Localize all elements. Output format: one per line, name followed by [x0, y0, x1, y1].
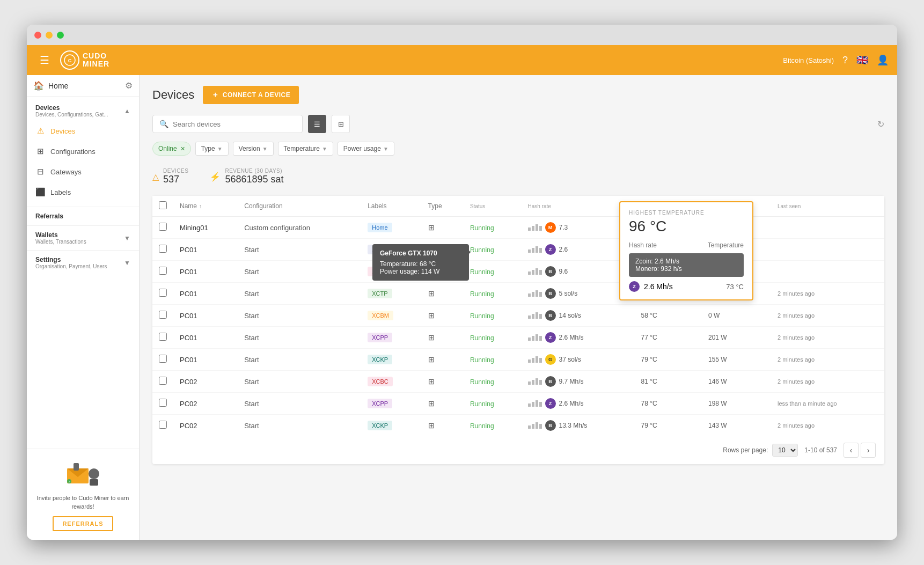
row-name: PC01 — [173, 239, 238, 261]
label-badge: XCPP — [368, 333, 392, 342]
popup-inner-rate: 2.6 Mh/s — [644, 282, 673, 291]
row-label: XCPP — [361, 393, 421, 415]
row-power: 201 W — [702, 327, 771, 349]
pagination: Rows per page: 10 25 50 1-10 of 537 ‹ › — [152, 436, 884, 464]
col-type[interactable]: Type — [422, 196, 464, 217]
sidebar-item-configurations[interactable]: ⊞ Configurations — [27, 141, 139, 162]
devices-stat-label: DEVICES — [163, 168, 188, 174]
row-checkbox-cell[interactable] — [152, 349, 173, 371]
coin-icon: Z — [545, 332, 556, 343]
row-select-checkbox[interactable] — [159, 399, 167, 407]
filter-power[interactable]: Power usage ▼ — [338, 142, 394, 156]
mac-minimize-btn[interactable] — [46, 32, 53, 39]
row-temp: 81 °C — [634, 371, 702, 393]
search-box[interactable]: 🔍 — [152, 115, 303, 133]
mac-close-btn[interactable] — [34, 32, 41, 39]
coin-icon: Z — [545, 398, 556, 409]
col-name[interactable]: Name ↑ — [173, 196, 238, 217]
devices-table: Name ↑ Configuration Labels Type Status … — [152, 196, 884, 436]
sidebar-home-item[interactable]: 🏠 Home — [33, 80, 68, 91]
next-page-button[interactable]: › — [861, 443, 876, 458]
row-checkbox-cell[interactable] — [152, 261, 173, 283]
col-configuration[interactable]: Configuration — [238, 196, 361, 217]
refresh-icon[interactable]: ↻ — [877, 119, 884, 129]
row-checkbox-cell[interactable] — [152, 371, 173, 393]
status-badge: Running — [470, 378, 494, 386]
devices-section-header[interactable]: Devices Devices, Configurations, Gat... … — [27, 101, 139, 121]
os-icon: ⊞ — [428, 355, 435, 364]
hash-rate-value: 9.7 Mh/s — [559, 378, 584, 385]
table-row: Mining01 Custom configuration Home ⊞ Run… — [152, 217, 884, 239]
select-all-checkbox[interactable] — [159, 201, 167, 209]
language-icon[interactable]: 🇬🇧 — [856, 54, 868, 66]
currency-selector[interactable]: Bitcoin (Satoshi) — [783, 56, 834, 64]
referrals-button[interactable]: REFERRALS — [53, 516, 113, 531]
row-label: XCBM — [361, 305, 421, 327]
row-label: XCKP — [361, 415, 421, 437]
row-status: Running — [464, 349, 522, 371]
logo-text: CUDOMINER — [83, 52, 109, 69]
row-config: Start — [238, 327, 361, 349]
referrals-label[interactable]: Referrals — [35, 212, 130, 220]
row-hashrate: B 14 sol/s — [522, 305, 635, 327]
prev-page-button[interactable]: ‹ — [844, 443, 859, 458]
settings-subtitle: Organisation, Payment, Users — [35, 263, 107, 269]
row-select-checkbox[interactable] — [159, 333, 167, 341]
row-select-checkbox[interactable] — [159, 267, 167, 275]
sidebar-item-labels[interactable]: ⬛ Labels — [27, 182, 139, 202]
filter-type[interactable]: Type ▼ — [195, 142, 229, 156]
row-label: XCPP — [361, 327, 421, 349]
row-checkbox-cell[interactable] — [152, 305, 173, 327]
row-status: Running — [464, 415, 522, 437]
settings-gear-icon[interactable]: ⚙ — [125, 80, 133, 91]
row-select-checkbox[interactable] — [159, 355, 167, 363]
wallets-section[interactable]: Wallets Wallets, Transactions ▼ — [27, 225, 139, 250]
row-select-checkbox[interactable] — [159, 377, 167, 385]
row-checkbox-cell[interactable] — [152, 239, 173, 261]
connect-device-button[interactable]: ＋ CONNECT A DEVICE — [203, 86, 299, 104]
row-lastseen — [771, 261, 884, 283]
sidebar-item-devices[interactable]: ⚠ Devices — [27, 121, 139, 141]
row-power: 198 W — [702, 393, 771, 415]
filter-version[interactable]: Version ▼ — [233, 142, 274, 156]
filter-temperature[interactable]: Temperature ▼ — [278, 142, 333, 156]
row-power: 155 W — [702, 349, 771, 371]
row-config: Start — [238, 239, 361, 261]
mac-maximize-btn[interactable] — [57, 32, 64, 39]
row-type: ⊞ — [422, 217, 464, 239]
filter-online-close-icon[interactable]: ✕ — [180, 145, 185, 152]
table-row: PC01 Start XCTP ⊞ Running B 5 sol/s 67 °… — [152, 283, 884, 305]
coin-icon: B — [545, 288, 556, 299]
row-name: PC02 — [173, 393, 238, 415]
row-checkbox-cell[interactable] — [152, 217, 173, 239]
row-select-checkbox[interactable] — [159, 421, 167, 429]
popup-title: HIGHEST TEMPERATURE — [629, 210, 744, 216]
row-select-checkbox[interactable] — [159, 289, 167, 297]
row-select-checkbox[interactable] — [159, 245, 167, 253]
filter-online[interactable]: Online ✕ — [152, 142, 191, 156]
status-badge: Running — [470, 224, 494, 232]
row-lastseen: 2 minutes ago — [771, 327, 884, 349]
list-view-button[interactable]: ☰ — [308, 115, 326, 133]
hamburger-menu-icon[interactable]: ☰ — [35, 52, 54, 69]
svg-rect-6 — [90, 479, 98, 486]
rows-per-page-select[interactable]: 10 25 50 — [772, 444, 798, 457]
row-checkbox-cell[interactable] — [152, 327, 173, 349]
row-lastseen: 2 minutes ago — [771, 349, 884, 371]
grid-view-button[interactable]: ⊞ — [332, 115, 350, 133]
search-input[interactable] — [173, 120, 296, 128]
row-checkbox-cell[interactable] — [152, 283, 173, 305]
row-checkbox-cell[interactable] — [152, 393, 173, 415]
sidebar-item-gateways[interactable]: ⊟ Gateways — [27, 162, 139, 182]
help-icon[interactable]: ? — [842, 55, 848, 66]
row-config: Start — [238, 305, 361, 327]
row-select-checkbox[interactable] — [159, 223, 167, 231]
table-row: PC02 Start XCPP ⊞ Running Z 2.6 Mh/s 78 … — [152, 393, 884, 415]
popup-temp: 96 °C — [629, 218, 744, 235]
col-labels[interactable]: Labels — [361, 196, 421, 217]
row-checkbox-cell[interactable] — [152, 415, 173, 437]
user-account-icon[interactable]: 👤 — [877, 54, 889, 66]
devices-icon: ⚠ — [35, 126, 45, 136]
row-select-checkbox[interactable] — [159, 311, 167, 319]
settings-section[interactable]: Settings Organisation, Payment, Users ▼ — [27, 250, 139, 275]
